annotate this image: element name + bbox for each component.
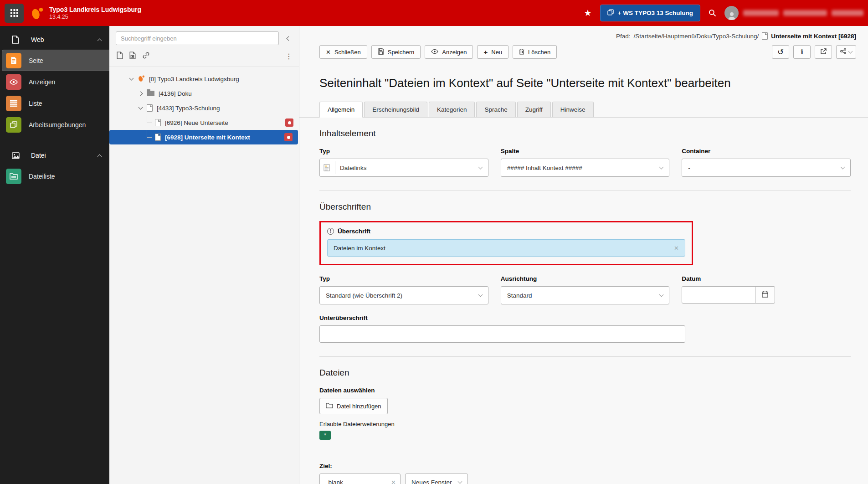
link-icon[interactable] [142, 51, 150, 61]
collapse-pagetree-icon[interactable] [283, 37, 293, 40]
calendar-button[interactable] [755, 286, 775, 304]
info-icon: i [801, 48, 803, 56]
site-title: Typo3 Landkreis Ludwigsburg [49, 6, 141, 14]
tree-node-neue-unterseite[interactable]: [6926] Neue Unterseite [109, 115, 299, 130]
workspace-change-badge [284, 133, 293, 141]
delete-button[interactable]: Löschen [513, 45, 557, 59]
select-value: - [688, 165, 690, 171]
eye-icon [431, 49, 438, 56]
tree-node-doku[interactable]: [4136] Doku [109, 86, 299, 101]
tree-node-typo3-schulung[interactable]: [4433] Typo3-Schulung [109, 101, 299, 115]
history-icon: ↺ [777, 48, 784, 56]
tab-zugriff[interactable]: Zugriff [517, 102, 551, 117]
sidebar-item-label: Arbeitsumgebungen [29, 121, 86, 129]
container-select[interactable]: - [682, 159, 851, 177]
modules-grid-button[interactable] [5, 4, 24, 23]
workspace-button[interactable]: + WS TYPO3 13 Schulung [600, 5, 700, 21]
unterueberschrift-input[interactable] [319, 325, 685, 343]
save-button[interactable]: Speichern [371, 45, 421, 59]
tree-node-label: [4136] Doku [159, 90, 192, 97]
section-heading-ueberschriften: Überschriften [319, 202, 851, 212]
workspace-button-label: + WS TYPO3 13 Schulung [618, 10, 693, 16]
tree-node-unterseite-mit-kontext[interactable]: [6928] Unterseite mit Kontext [109, 130, 298, 144]
username-redacted [783, 10, 827, 16]
tab-erscheinungsbild[interactable]: Erscheinungsbild [364, 102, 427, 117]
clear-icon[interactable]: ✕ [674, 245, 679, 252]
tab-hinweise[interactable]: Hinweise [552, 102, 594, 117]
chevron-down-icon [848, 49, 853, 54]
chevron-down-icon [841, 165, 845, 170]
sidebar-item-liste[interactable]: Liste [0, 93, 109, 114]
topbar: Typo3 Landkreis Ludwigsburg 13.4.25 ★ + … [0, 0, 868, 26]
field-label: Ausrichtung [501, 275, 670, 282]
select-value: Dateilinks [340, 165, 367, 171]
field-datum: Datum [682, 275, 851, 304]
tree-node-label: [6926] Neue Unterseite [165, 119, 228, 126]
history-button[interactable]: ↺ [772, 45, 789, 59]
external-link-icon [821, 48, 827, 56]
tree-node-root[interactable]: [0] Typo3 Landkreis Ludwigsburg [109, 72, 299, 86]
pagetree-search-input[interactable] [116, 31, 279, 45]
datum-input[interactable] [682, 286, 755, 304]
tree-node-label: [6928] Unterseite mit Kontext [165, 134, 250, 141]
add-file-button[interactable]: Datei hinzufügen [319, 398, 388, 414]
chevron-down-icon [659, 293, 664, 297]
chevron-down-icon[interactable] [128, 78, 135, 80]
ausrichtung-select[interactable]: Standard [501, 286, 670, 304]
path-label: Pfad: [616, 33, 631, 40]
clear-icon[interactable]: ✕ [391, 479, 396, 484]
user-menu[interactable] [724, 6, 863, 20]
docheader-toolbar: ✕ Schließen Speichern Anzeige [299, 41, 868, 64]
open-in-new-window-button[interactable] [815, 45, 832, 59]
avatar [724, 6, 739, 20]
typ-select[interactable]: Dateilinks [319, 159, 488, 177]
edit-form: Inhaltselement Typ Dateilinks [299, 129, 868, 484]
web-module-icon [11, 36, 20, 44]
select-value: Standard (wie Überschrift 2) [326, 292, 402, 299]
tab-allgemein[interactable]: Allgemein [319, 102, 363, 118]
sidebar-item-dateiliste[interactable]: Dateiliste [0, 165, 109, 187]
tab-kategorien[interactable]: Kategorien [429, 102, 475, 117]
module-group-web[interactable]: Web [0, 30, 109, 50]
spalte-select[interactable]: ##### Inhalt Kontext ##### [501, 159, 670, 177]
sidebar-item-arbeitsumgebungen[interactable]: Arbeitsumgebungen [0, 114, 109, 135]
page-icon [147, 104, 153, 112]
field-label: Spalte [501, 148, 670, 154]
sidebar-item-label: Dateiliste [29, 173, 55, 180]
typo3-version: 13.4.25 [49, 14, 141, 21]
filelinks-ce-icon [323, 161, 335, 174]
chevron-right-icon[interactable] [137, 92, 144, 95]
info-button[interactable]: i [793, 45, 811, 59]
pagetree-more-menu-icon[interactable]: ⋮ [285, 52, 293, 61]
chevron-down-icon [478, 293, 483, 297]
folder-icon [147, 91, 154, 96]
ziel-input[interactable] [319, 474, 401, 484]
module-group-datei[interactable]: Datei [0, 145, 109, 165]
field-label: Überschrift [338, 228, 370, 235]
workspaces-module-icon [6, 117, 21, 133]
new-button[interactable]: + Neu [477, 45, 508, 59]
tab-sprache[interactable]: Sprache [476, 102, 515, 117]
workspace-change-badge [285, 118, 293, 127]
share-button[interactable] [836, 45, 856, 59]
module-group-label: Datei [31, 152, 46, 159]
field-label: Datum [682, 275, 851, 282]
paste-page-icon[interactable] [129, 51, 136, 61]
sidebar-item-anzeigen[interactable]: Anzeigen [0, 71, 109, 93]
bookmark-star-icon[interactable]: ★ [584, 8, 592, 18]
close-button[interactable]: ✕ Schließen [319, 45, 367, 59]
chevron-down-icon[interactable] [137, 107, 144, 109]
new-page-icon[interactable] [117, 51, 123, 61]
view-button[interactable]: Anzeigen [425, 45, 473, 59]
ueberschrift-input[interactable]: Dateien im Kontext ✕ [327, 239, 685, 257]
sidebar-item-seite[interactable]: Seite [2, 50, 109, 71]
select-value: Neues Fenster [411, 479, 452, 484]
section-heading-inhaltselement: Inhaltselement [319, 129, 851, 139]
search-icon[interactable] [709, 9, 716, 17]
tree-elbow [147, 130, 152, 138]
chevron-up-icon [98, 154, 102, 159]
folder-open-icon [326, 402, 333, 410]
ueberschrift-typ-select[interactable]: Standard (wie Überschrift 2) [319, 286, 488, 304]
current-page-ref: Unterseite mit Kontext [6928] [771, 33, 856, 40]
ziel-select[interactable]: Neues Fenster [405, 474, 468, 484]
